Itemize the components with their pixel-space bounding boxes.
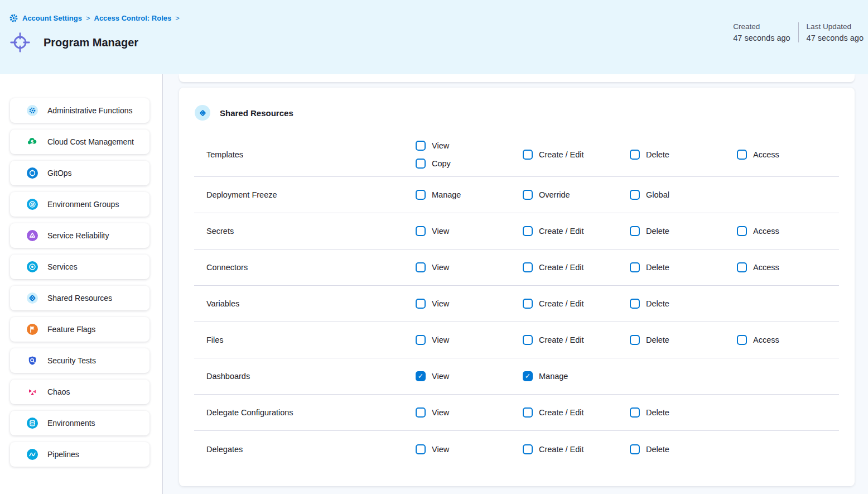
permission-checkbox-delegates-create-edit[interactable]: Create / Edit	[523, 444, 630, 454]
checkbox-unchecked-icon[interactable]	[630, 407, 640, 418]
checkbox-unchecked-icon[interactable]	[416, 159, 426, 169]
permission-checkbox-delegates-view[interactable]: View	[416, 444, 523, 454]
permission-label: View	[432, 227, 449, 236]
checkbox-unchecked-icon[interactable]	[416, 190, 426, 200]
permission-checkbox-files-view[interactable]: View	[416, 335, 523, 345]
sidebar-item-feature-flags[interactable]: Feature Flags	[10, 317, 150, 342]
permission-checkbox-templates-delete[interactable]: Delete	[630, 150, 737, 160]
environment-groups-icon	[27, 199, 38, 210]
checkbox-unchecked-icon[interactable]	[523, 299, 533, 309]
permission-checkbox-variables-delete[interactable]: Delete	[630, 299, 737, 309]
permission-checkbox-connectors-access[interactable]: Access	[737, 262, 839, 272]
checkbox-unchecked-icon[interactable]	[523, 226, 533, 236]
permission-cell: View	[416, 291, 523, 316]
permission-checkbox-delegate-configurations-delete[interactable]: Delete	[630, 407, 737, 418]
permission-label: View	[432, 445, 449, 454]
checkbox-unchecked-icon[interactable]	[737, 335, 747, 345]
permission-checkbox-templates-copy[interactable]: Copy	[416, 159, 523, 169]
permission-checkbox-templates-access[interactable]: Access	[737, 150, 839, 160]
checkbox-unchecked-icon[interactable]	[630, 299, 640, 309]
permission-checkbox-secrets-create-edit[interactable]: Create / Edit	[523, 226, 630, 236]
permission-row-dashboards: Dashboards✓View✓Manage	[194, 358, 839, 395]
permission-cell: Create / Edit	[523, 400, 630, 425]
sidebar-item-cloud-cost-management[interactable]: $Cloud Cost Management	[10, 130, 150, 154]
permission-cell: View	[416, 400, 523, 425]
checkbox-unchecked-icon[interactable]	[630, 262, 640, 272]
checkbox-unchecked-icon[interactable]	[630, 226, 640, 236]
cloud-cost-icon: $	[27, 136, 38, 147]
checkbox-checked-icon[interactable]: ✓	[416, 371, 426, 381]
admin-functions-icon	[27, 105, 38, 116]
checkbox-unchecked-icon[interactable]	[630, 335, 640, 345]
permission-checkbox-delegates-delete[interactable]: Delete	[630, 444, 737, 454]
permission-checkbox-templates-view[interactable]: View	[416, 141, 523, 151]
permission-cell: Create / Edit	[523, 291, 630, 316]
checkbox-unchecked-icon[interactable]	[630, 150, 640, 160]
resource-name: Delegate Configurations	[194, 408, 416, 417]
checkbox-unchecked-icon[interactable]	[523, 150, 533, 160]
permission-label: View	[432, 263, 449, 272]
breadcrumb-access-control-roles[interactable]: Access Control: Roles	[94, 14, 172, 22]
checkbox-unchecked-icon[interactable]	[523, 190, 533, 200]
checkbox-unchecked-icon[interactable]	[737, 262, 747, 272]
checkbox-checked-icon[interactable]: ✓	[523, 371, 533, 381]
sidebar-item-services[interactable]: Services	[10, 255, 150, 279]
permission-checkbox-files-delete[interactable]: Delete	[630, 335, 737, 345]
checkbox-unchecked-icon[interactable]	[416, 444, 426, 454]
permission-cell: View	[416, 255, 523, 280]
checkbox-unchecked-icon[interactable]	[416, 141, 426, 151]
checkbox-unchecked-icon[interactable]	[737, 150, 747, 160]
checkbox-unchecked-icon[interactable]	[416, 262, 426, 272]
permission-checkbox-dashboards-view[interactable]: ✓View	[416, 371, 523, 381]
permission-checkbox-connectors-create-edit[interactable]: Create / Edit	[523, 262, 630, 272]
permission-checkbox-variables-create-edit[interactable]: Create / Edit	[523, 299, 630, 309]
sidebar-item-security-tests[interactable]: Security Tests	[10, 348, 150, 373]
svg-text:$: $	[31, 139, 34, 145]
permission-checkbox-delegate-configurations-view[interactable]: View	[416, 407, 523, 418]
permission-checkbox-deployment-freeze-manage[interactable]: Manage	[416, 190, 523, 200]
checkbox-unchecked-icon[interactable]	[523, 262, 533, 272]
permission-label: Create / Edit	[539, 263, 584, 272]
permission-checkbox-delegate-configurations-create-edit[interactable]: Create / Edit	[523, 407, 630, 418]
permission-checkbox-dashboards-manage[interactable]: ✓Manage	[523, 371, 630, 381]
permission-checkbox-connectors-delete[interactable]: Delete	[630, 262, 737, 272]
permission-checkbox-deployment-freeze-global[interactable]: Global	[630, 190, 737, 200]
sidebar-item-administrative-functions[interactable]: Administrative Functions	[10, 98, 150, 123]
checkbox-unchecked-icon[interactable]	[416, 335, 426, 345]
sidebar-item-service-reliability[interactable]: Service Reliability	[10, 223, 150, 248]
permission-checkbox-secrets-access[interactable]: Access	[737, 226, 839, 236]
checkbox-unchecked-icon[interactable]	[630, 444, 640, 454]
permission-cell	[737, 368, 839, 384]
permission-cell: Access	[737, 142, 839, 167]
permission-checkbox-secrets-delete[interactable]: Delete	[630, 226, 737, 236]
resource-name: Secrets	[194, 227, 416, 236]
permission-cell	[737, 405, 839, 420]
resource-name: Variables	[194, 299, 416, 308]
checkbox-unchecked-icon[interactable]	[416, 299, 426, 309]
permission-checkbox-templates-create-edit[interactable]: Create / Edit	[523, 150, 630, 160]
sidebar-item-chaos[interactable]: Chaos	[10, 380, 150, 404]
permission-label: Copy	[432, 159, 451, 168]
sidebar-item-shared-resources[interactable]: Shared Resources	[10, 286, 150, 310]
sidebar-item-environment-groups[interactable]: Environment Groups	[10, 192, 150, 217]
permission-checkbox-files-access[interactable]: Access	[737, 335, 839, 345]
checkbox-unchecked-icon[interactable]	[416, 226, 426, 236]
permission-checkbox-secrets-view[interactable]: View	[416, 226, 523, 236]
sidebar-item-environments[interactable]: Environments	[10, 411, 150, 435]
permission-checkbox-variables-view[interactable]: View	[416, 299, 523, 309]
breadcrumb-account-settings[interactable]: Account Settings	[22, 14, 82, 22]
permission-cell: Global	[630, 182, 737, 208]
checkbox-unchecked-icon[interactable]	[523, 444, 533, 454]
checkbox-unchecked-icon[interactable]	[523, 335, 533, 345]
checkbox-unchecked-icon[interactable]	[737, 226, 747, 236]
checkbox-unchecked-icon[interactable]	[523, 407, 533, 418]
permission-checkbox-connectors-view[interactable]: View	[416, 262, 523, 272]
checkbox-unchecked-icon[interactable]	[416, 407, 426, 418]
sidebar-item-gitops[interactable]: GitOps	[10, 161, 150, 185]
permission-label: Create / Edit	[539, 408, 584, 417]
checkbox-unchecked-icon[interactable]	[630, 190, 640, 200]
sidebar-item-label: Pipelines	[47, 450, 79, 459]
permission-checkbox-files-create-edit[interactable]: Create / Edit	[523, 335, 630, 345]
permission-checkbox-deployment-freeze-override[interactable]: Override	[523, 190, 630, 200]
sidebar-item-pipelines[interactable]: Pipelines	[10, 442, 150, 467]
